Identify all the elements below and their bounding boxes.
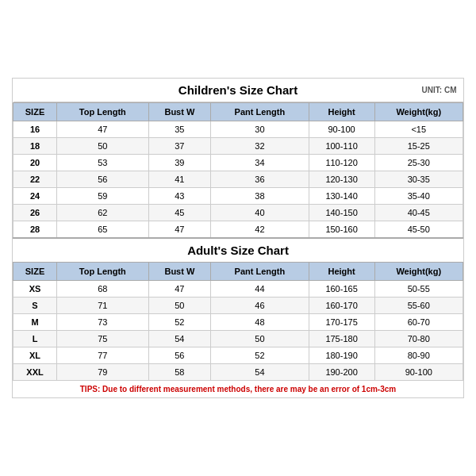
table-cell: 160-165 xyxy=(309,281,374,298)
adult-table-row: XXL795854190-20090-100 xyxy=(13,364,463,381)
table-cell: 38 xyxy=(211,188,309,205)
adult-table-row: XS684744160-16550-55 xyxy=(13,281,463,298)
table-cell: 18 xyxy=(13,138,57,155)
table-cell: 44 xyxy=(211,281,309,298)
adult-col-header: Bust W xyxy=(148,263,211,281)
table-cell: 45-50 xyxy=(374,221,463,239)
table-cell: 45 xyxy=(148,205,211,221)
table-cell: 15-25 xyxy=(374,138,463,155)
table-cell: 62 xyxy=(57,205,149,221)
table-cell: L xyxy=(13,331,57,347)
table-cell: 47 xyxy=(57,121,149,138)
table-cell: 90-100 xyxy=(374,364,463,381)
table-cell: 24 xyxy=(13,188,57,205)
table-cell: <15 xyxy=(374,121,463,138)
table-cell: 40 xyxy=(211,205,309,221)
children-table-row: 28654742150-16045-50 xyxy=(13,221,463,239)
table-cell: 40-45 xyxy=(374,205,463,221)
table-cell: 77 xyxy=(57,347,149,364)
table-cell: 59 xyxy=(57,188,149,205)
table-cell: 20 xyxy=(13,155,57,171)
table-cell: 47 xyxy=(148,281,211,298)
table-cell: 34 xyxy=(211,155,309,171)
children-header-row: SIZETop LengthBust WPant LengthHeightWei… xyxy=(13,103,463,121)
children-col-header: Weight(kg) xyxy=(374,103,463,121)
table-cell: 50 xyxy=(148,298,211,314)
adult-col-header: SIZE xyxy=(13,263,57,281)
table-cell: 50 xyxy=(57,138,149,155)
table-cell: 36 xyxy=(211,171,309,188)
adult-table-row: XL775652180-19080-90 xyxy=(13,347,463,364)
table-cell: 50-55 xyxy=(374,281,463,298)
adult-header-row: SIZETop LengthBust WPant LengthHeightWei… xyxy=(13,263,463,281)
table-cell: 90-100 xyxy=(309,121,374,138)
table-cell: 75 xyxy=(57,331,149,347)
table-cell: 65 xyxy=(57,221,149,239)
table-cell: M xyxy=(13,314,57,331)
table-cell: 68 xyxy=(57,281,149,298)
children-table-row: 26624540140-15040-45 xyxy=(13,205,463,221)
table-cell: 58 xyxy=(148,364,211,381)
children-col-header: Height xyxy=(309,103,374,121)
table-cell: 54 xyxy=(211,364,309,381)
table-cell: 22 xyxy=(13,171,57,188)
children-chart-title: Children's Size Chart xyxy=(178,83,298,97)
table-cell: 25-30 xyxy=(374,155,463,171)
table-cell: 39 xyxy=(148,155,211,171)
table-cell: 50 xyxy=(211,331,309,347)
table-cell: 80-90 xyxy=(374,347,463,364)
table-cell: 175-180 xyxy=(309,331,374,347)
unit-label: UNIT: CM xyxy=(422,86,457,94)
table-cell: 46 xyxy=(211,298,309,314)
table-cell: XS xyxy=(13,281,57,298)
table-cell: 30-35 xyxy=(374,171,463,188)
table-cell: 35 xyxy=(148,121,211,138)
children-table-row: 22564136120-13030-35 xyxy=(13,171,463,188)
table-cell: 28 xyxy=(13,221,57,239)
children-table-row: 24594338130-14035-40 xyxy=(13,188,463,205)
children-table-row: 20533934110-12025-30 xyxy=(13,155,463,171)
table-cell: 190-200 xyxy=(309,364,374,381)
adult-col-header: Top Length xyxy=(57,263,149,281)
table-cell: 43 xyxy=(148,188,211,205)
table-cell: S xyxy=(13,298,57,314)
adult-table-row: S715046160-17055-60 xyxy=(13,298,463,314)
table-cell: 70-80 xyxy=(374,331,463,347)
table-cell: 35-40 xyxy=(374,188,463,205)
adults-section-header: Adult's Size Chart xyxy=(13,238,463,263)
table-cell: 41 xyxy=(148,171,211,188)
table-cell: 26 xyxy=(13,205,57,221)
table-cell: 47 xyxy=(148,221,211,239)
table-cell: 42 xyxy=(211,221,309,239)
table-cell: 30 xyxy=(211,121,309,138)
children-table-row: 18503732100-11015-25 xyxy=(13,138,463,155)
table-cell: 100-110 xyxy=(309,138,374,155)
tips-row: TIPS: Due to different measurement metho… xyxy=(13,381,463,398)
table-cell: 150-160 xyxy=(309,221,374,239)
table-cell: 130-140 xyxy=(309,188,374,205)
adult-col-header: Pant Length xyxy=(211,263,309,281)
table-cell: 32 xyxy=(211,138,309,155)
table-cell: XL xyxy=(13,347,57,364)
table-cell: 48 xyxy=(211,314,309,331)
table-cell: 160-170 xyxy=(309,298,374,314)
table-cell: 79 xyxy=(57,364,149,381)
table-cell: 73 xyxy=(57,314,149,331)
table-cell: 60-70 xyxy=(374,314,463,331)
adult-col-header: Weight(kg) xyxy=(374,263,463,281)
table-cell: 140-150 xyxy=(309,205,374,221)
adult-col-header: Height xyxy=(309,263,374,281)
adults-chart-title: Adult's Size Chart xyxy=(13,238,463,263)
table-cell: XXL xyxy=(13,364,57,381)
children-col-header: Bust W xyxy=(148,103,211,121)
adult-table-row: M735248170-17560-70 xyxy=(13,314,463,331)
table-cell: 52 xyxy=(148,314,211,331)
children-col-header: SIZE xyxy=(13,103,57,121)
table-cell: 52 xyxy=(211,347,309,364)
table-cell: 37 xyxy=(148,138,211,155)
table-cell: 56 xyxy=(148,347,211,364)
table-cell: 180-190 xyxy=(309,347,374,364)
size-chart-container: Children's Size Chart UNIT: CM SIZETop L… xyxy=(12,78,464,398)
table-cell: 54 xyxy=(148,331,211,347)
table-cell: 55-60 xyxy=(374,298,463,314)
